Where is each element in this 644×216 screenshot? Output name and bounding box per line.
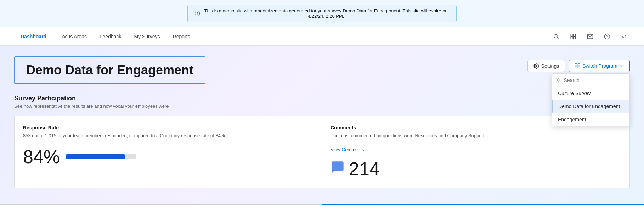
nav-links: Dashboard Focus Areas Feedback My Survey… bbox=[14, 29, 550, 44]
settings-gear-icon bbox=[533, 63, 539, 69]
comments-count-row: 214 bbox=[331, 158, 621, 179]
svg-line-17 bbox=[560, 81, 561, 82]
cards-row: Response Rate 853 out of 1,015 of your t… bbox=[14, 116, 630, 188]
svg-text:A: A bbox=[622, 35, 625, 39]
svg-rect-5 bbox=[574, 37, 576, 39]
svg-rect-12 bbox=[575, 64, 577, 66]
bottom-divider bbox=[0, 204, 644, 205]
comments-desc: The most commented on questions were Res… bbox=[331, 133, 621, 139]
top-nav: Dashboard Focus Areas Feedback My Survey… bbox=[0, 27, 644, 46]
response-rate-title: Response Rate bbox=[23, 125, 313, 131]
page-title-box: Demo Data for Engagement bbox=[14, 56, 205, 84]
dashboard-header: Demo Data for Engagement Settings Switch… bbox=[14, 56, 630, 84]
dropdown-search-input[interactable] bbox=[564, 77, 625, 83]
view-comments-link[interactable]: View Comments bbox=[331, 147, 364, 152]
svg-rect-15 bbox=[578, 66, 580, 68]
dropdown-search-container bbox=[552, 74, 629, 87]
help-icon-btn[interactable] bbox=[601, 31, 613, 42]
comments-count-number: 214 bbox=[349, 158, 380, 179]
svg-rect-2 bbox=[571, 34, 573, 36]
switch-program-button[interactable]: Switch Program bbox=[569, 60, 630, 72]
svg-point-16 bbox=[557, 79, 560, 81]
page-title: Demo Data for Engagement bbox=[26, 63, 193, 78]
nav-item-feedback[interactable]: Feedback bbox=[93, 29, 128, 44]
progress-bar-bg bbox=[66, 154, 136, 159]
demo-banner-text: This is a demo site with randomized data… bbox=[203, 8, 449, 19]
svg-rect-4 bbox=[571, 37, 573, 39]
svg-point-11 bbox=[536, 65, 537, 67]
dropdown-item-engagement[interactable]: Engagement bbox=[552, 113, 629, 126]
survey-participation-section: Survey Participation See how representat… bbox=[14, 95, 630, 188]
demo-banner: i This is a demo site with randomized da… bbox=[187, 5, 457, 22]
header-actions: Settings Switch Program bbox=[527, 56, 630, 72]
settings-label: Settings bbox=[541, 63, 559, 69]
info-icon: i bbox=[195, 11, 200, 16]
switch-icon bbox=[575, 63, 580, 69]
demo-banner-wrap: i This is a demo site with randomized da… bbox=[0, 0, 644, 27]
nav-item-reports[interactable]: Reports bbox=[166, 29, 197, 44]
progress-bar-fill bbox=[66, 154, 125, 159]
progress-bar-wrap bbox=[66, 154, 313, 159]
rate-number: 84% bbox=[23, 146, 60, 167]
font-size-icon-btn[interactable]: A A bbox=[618, 31, 630, 42]
svg-point-0 bbox=[554, 34, 558, 38]
nav-actions: A A bbox=[550, 31, 630, 42]
svg-text:A: A bbox=[625, 35, 627, 38]
response-rate-card: Response Rate 853 out of 1,015 of your t… bbox=[15, 116, 322, 188]
svg-line-1 bbox=[557, 38, 559, 39]
section-subtitle: See how representative the results are a… bbox=[14, 104, 630, 109]
svg-rect-3 bbox=[574, 34, 576, 36]
mail-icon-btn[interactable] bbox=[584, 31, 596, 42]
response-rate-desc: 853 out of 1,015 of your team members re… bbox=[23, 133, 313, 139]
nav-item-my-surveys[interactable]: My Surveys bbox=[128, 29, 166, 44]
search-icon-btn[interactable] bbox=[550, 31, 562, 42]
section-title: Survey Participation bbox=[14, 95, 630, 102]
switch-program-label: Switch Program bbox=[582, 63, 617, 69]
switch-program-dropdown: Culture Survey Demo Data for Engagement … bbox=[552, 73, 630, 126]
response-rate-display: 84% bbox=[23, 146, 313, 167]
nav-item-focus-areas[interactable]: Focus Areas bbox=[53, 29, 93, 44]
svg-rect-13 bbox=[578, 64, 580, 66]
dropdown-item-demo-data[interactable]: Demo Data for Engagement bbox=[552, 100, 629, 113]
dropdown-search-icon bbox=[557, 78, 561, 83]
chevron-down-icon bbox=[620, 64, 624, 68]
main-content: Demo Data for Engagement Settings Switch… bbox=[0, 46, 644, 205]
nav-item-dashboard[interactable]: Dashboard bbox=[14, 29, 53, 44]
settings-button[interactable]: Settings bbox=[527, 60, 565, 72]
chat-bubble-icon bbox=[331, 160, 345, 178]
dropdown-item-culture-survey[interactable]: Culture Survey bbox=[552, 87, 629, 100]
comments-card: Comments The most commented on questions… bbox=[322, 116, 629, 188]
svg-rect-14 bbox=[575, 66, 577, 68]
layout-icon-btn[interactable] bbox=[567, 31, 579, 42]
